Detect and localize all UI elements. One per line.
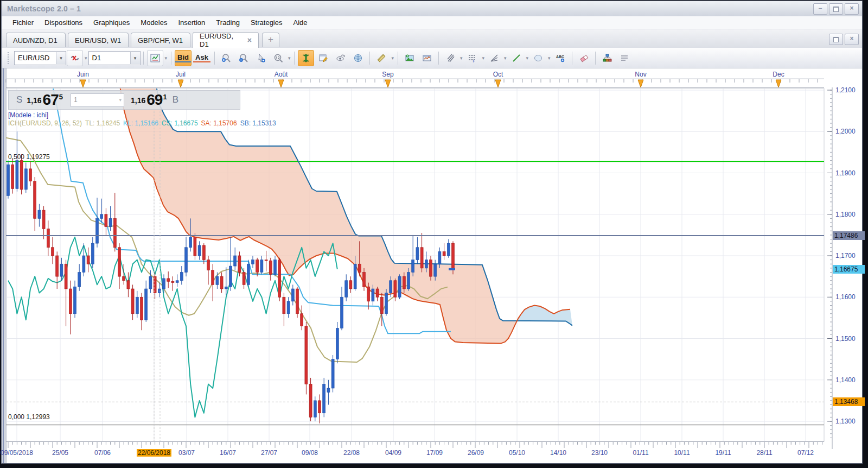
amount-input[interactable]: 1 ▾ <box>71 93 124 107</box>
zoom-box-icon <box>273 53 283 63</box>
visibility-icon <box>336 53 346 63</box>
web-button[interactable] <box>350 50 366 66</box>
add-image-icon <box>405 53 414 63</box>
desktop: Marketscope 2.0 – 1 – × Fichier Disposit… <box>0 0 868 468</box>
restore-button[interactable] <box>829 3 843 15</box>
pitchfork-caret-icon[interactable]: ▾ <box>460 55 463 61</box>
autoscale-icon <box>301 53 311 63</box>
trendline-caret-icon[interactable]: ▾ <box>526 55 529 61</box>
tab-bar: AUD/NZD, D1 EUR/USD, W1 GBP/CHF, W1 EUR/… <box>2 29 862 48</box>
autoscale-button[interactable] <box>298 50 314 66</box>
gann-button[interactable] <box>486 50 502 66</box>
text-button[interactable]: ABC <box>552 50 569 66</box>
snapshot-icon <box>422 53 432 63</box>
menu-trading[interactable]: Trading <box>210 17 245 28</box>
close-button[interactable]: × <box>845 3 859 15</box>
chevron-down-icon[interactable]: ▾ <box>130 52 140 64</box>
trendline-button[interactable] <box>508 50 525 66</box>
sell-price-main[interactable]: 67 <box>43 91 59 109</box>
restore-icon <box>833 7 839 12</box>
ask-button[interactable]: Ask <box>193 50 211 66</box>
unlink-icon <box>70 53 80 63</box>
sell-price-figure: 1,16 <box>27 96 41 105</box>
snapshot-button[interactable] <box>419 50 435 66</box>
eraser-button[interactable] <box>576 50 592 66</box>
sell-price-pip: 5 <box>59 93 63 101</box>
menu-strategies[interactable]: Strategies <box>245 17 288 28</box>
buy-price-pip: 1 <box>163 93 167 101</box>
trendline-icon <box>512 53 521 63</box>
chart-close-button[interactable]: × <box>845 34 859 45</box>
tab-eurusd-d1[interactable]: EUR/USD, D1 × <box>193 32 259 48</box>
app-window: Marketscope 2.0 – 1 – × Fichier Disposit… <box>1 1 863 464</box>
tab-close-icon[interactable]: × <box>247 36 252 45</box>
menu-insertion[interactable]: Insertion <box>173 17 210 28</box>
edit-params-button[interactable] <box>315 50 331 66</box>
chart-restore-button[interactable] <box>829 34 843 45</box>
tab-eurusd-w1[interactable]: EUR/USD, W1 <box>68 33 129 47</box>
chart-region: S 1,16 67 5 1 ▾ 1,16 69 1 B [Modele : ic… <box>2 68 862 463</box>
layers-button[interactable] <box>616 50 633 66</box>
ellipse-button[interactable] <box>530 50 546 66</box>
window-title: Marketscope 2.0 – 1 <box>2 4 81 13</box>
period-select[interactable]: D1 ▾ <box>88 51 141 65</box>
menu-aide[interactable]: Aide <box>288 17 313 28</box>
tab-gbpchf-w1[interactable]: GBP/CHF, W1 <box>131 33 190 47</box>
gann-icon <box>489 53 499 63</box>
tab-audnzd-d1[interactable]: AUD/NZD, D1 <box>6 33 66 47</box>
fibonacci-icon: F <box>467 53 477 63</box>
cursor-add-button[interactable] <box>253 50 269 66</box>
sell-label: S <box>16 94 22 105</box>
visibility-button[interactable] <box>333 50 349 66</box>
svg-text:F: F <box>473 59 475 63</box>
zoom-box-button[interactable] <box>270 50 286 66</box>
ellipse-caret-icon[interactable]: ▾ <box>548 55 551 61</box>
menu-fichier[interactable]: Fichier <box>7 17 39 28</box>
menu-bar: Fichier Dispositions Graphiques Modeles … <box>2 16 862 29</box>
menu-dispositions[interactable]: Dispositions <box>39 17 88 28</box>
buy-price-main[interactable]: 69 <box>146 91 162 109</box>
bid-button[interactable]: Bid <box>175 50 192 66</box>
pitchfork-icon <box>445 53 455 63</box>
quote-panel[interactable]: S 1,16 67 5 1 ▾ 1,16 69 1 B <box>8 90 240 110</box>
chart-restore-icon <box>833 37 839 42</box>
pitchfork-button[interactable] <box>442 50 458 66</box>
eraser-icon <box>579 53 589 63</box>
zoom-in-button[interactable] <box>218 50 234 66</box>
unlink-button[interactable] <box>67 50 83 66</box>
chevron-down-icon[interactable]: ▾ <box>56 52 66 64</box>
menu-graphiques[interactable]: Graphiques <box>88 17 135 28</box>
object-tree-button[interactable] <box>599 50 615 66</box>
fibonacci-caret-icon[interactable]: ▾ <box>482 55 484 61</box>
object-tree-icon <box>602 53 612 63</box>
unlink-caret-icon[interactable]: ▾ <box>85 55 87 61</box>
buy-price-figure: 1,16 <box>131 96 145 105</box>
symbol-select[interactable]: EUR/USD ▾ <box>14 51 66 65</box>
zoom-in-icon <box>221 53 231 63</box>
chevron-down-icon[interactable]: ▾ <box>119 97 124 103</box>
chart-type-icon <box>150 53 160 63</box>
text-icon: ABC <box>556 53 565 63</box>
svg-text:ABC: ABC <box>556 55 564 59</box>
chart-type-button[interactable] <box>147 50 163 66</box>
buy-label: B <box>173 94 178 105</box>
ellipse-icon <box>533 53 543 63</box>
minimize-button[interactable]: – <box>813 3 827 15</box>
web-icon <box>353 53 363 63</box>
zoom-box-caret-icon[interactable]: ▾ <box>288 55 291 61</box>
ruler-icon <box>376 53 386 63</box>
zoom-out-icon <box>239 53 248 63</box>
new-tab-button[interactable]: + <box>262 33 279 47</box>
ruler-caret-icon[interactable]: ▾ <box>391 55 394 61</box>
fibonacci-button[interactable]: F <box>464 50 480 66</box>
toolbar: EUR/USD ▾ ▾ D1 ▾ ▾ Bid Ask ▾ <box>2 48 862 68</box>
chart-plot[interactable] <box>2 68 862 463</box>
zoom-out-button[interactable] <box>235 50 252 66</box>
title-bar[interactable]: Marketscope 2.0 – 1 – × <box>2 1 862 17</box>
add-image-button[interactable] <box>401 50 418 66</box>
menu-modeles[interactable]: Modeles <box>135 17 173 28</box>
ruler-button[interactable] <box>373 50 390 66</box>
gann-caret-icon[interactable]: ▾ <box>504 55 507 61</box>
chart-type-caret-icon[interactable]: ▾ <box>165 55 168 61</box>
toolbar-grip[interactable] <box>8 52 11 64</box>
